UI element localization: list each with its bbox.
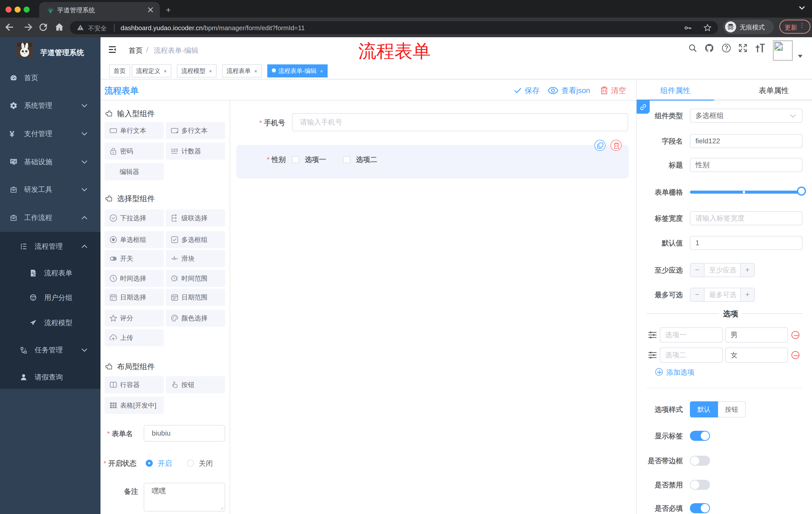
svg-text:123: 123 [171, 148, 178, 153]
